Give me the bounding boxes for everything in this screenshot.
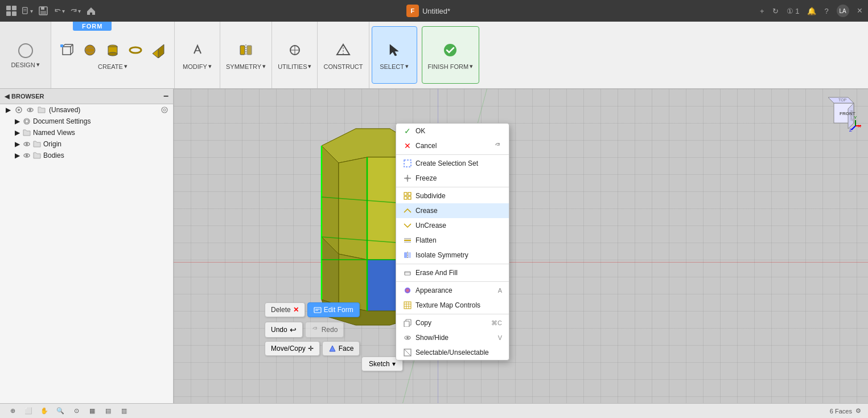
refresh-icon[interactable]: ↻ bbox=[772, 7, 779, 15]
create-label: CREATE bbox=[98, 63, 123, 70]
move-tool-icon[interactable]: ⊕ bbox=[7, 405, 18, 417]
symmetry-icon[interactable] bbox=[236, 40, 256, 60]
create-sphere-icon[interactable] bbox=[80, 40, 100, 60]
sketch-arrow: ▾ bbox=[392, 360, 396, 368]
sidebar-item-bodies[interactable]: ▶ Bodies bbox=[0, 150, 173, 161]
menu-show-hide-label: Show/Hide bbox=[416, 334, 449, 342]
redo-icon[interactable]: ▾ bbox=[69, 5, 81, 17]
menu-item-copy[interactable]: Copy ⌘C bbox=[396, 315, 509, 330]
finish-form-icon[interactable] bbox=[440, 40, 460, 60]
eye-icon-2[interactable] bbox=[23, 140, 31, 148]
menu-item-flatten[interactable]: Flatten bbox=[396, 233, 509, 248]
face-btn[interactable]: Face bbox=[322, 341, 360, 356]
utilities-icon[interactable] bbox=[285, 40, 305, 60]
menu-item-selectable[interactable]: Selectable/Unselectable bbox=[396, 345, 509, 360]
menu-item-texture-map[interactable]: Texture Map Controls bbox=[396, 298, 509, 313]
statusbar-right: 6 Faces ⚙ bbox=[830, 407, 861, 415]
select-box-icon[interactable]: ⬜ bbox=[23, 405, 34, 417]
edit-form-btn[interactable]: Edit Form bbox=[307, 302, 360, 317]
selectable-icon bbox=[403, 348, 412, 357]
cube-widget[interactable]: FRONT TOP RIGHT X Y Z bbox=[822, 95, 862, 134]
menu-item-show-hide[interactable]: Show/Hide V bbox=[396, 330, 509, 345]
design-menu[interactable]: DESIGN▾ bbox=[0, 22, 51, 88]
origin-arrow[interactable]: ▶ bbox=[14, 141, 20, 147]
undo-btn[interactable]: Undo ↩ bbox=[265, 322, 303, 338]
sidebar-item-origin[interactable]: ▶ Origin bbox=[0, 138, 173, 150]
create-box-icon[interactable] bbox=[57, 40, 77, 60]
menu-item-cancel[interactable]: ✕ Cancel bbox=[396, 138, 509, 153]
sep2 bbox=[396, 187, 509, 187]
svg-rect-75 bbox=[408, 252, 411, 258]
app-icon: F bbox=[406, 5, 419, 17]
create-plane-icon[interactable] bbox=[148, 40, 168, 60]
menu-item-uncrease[interactable]: UnCrease bbox=[396, 218, 509, 233]
grid-menu-icon[interactable] bbox=[6, 5, 17, 17]
create-cylinder-icon[interactable] bbox=[102, 40, 123, 60]
view-options-icon[interactable]: ▥ bbox=[118, 405, 130, 417]
finish-form-group: FINISH FORM ▾ bbox=[422, 26, 480, 84]
sidebar-collapse-btn[interactable]: − bbox=[163, 91, 168, 101]
svg-rect-68 bbox=[408, 192, 411, 195]
titlebar-left: ▾ ▾ ▾ bbox=[6, 5, 97, 17]
settings-cog[interactable]: ⚙ bbox=[855, 407, 861, 415]
menu-erase-fill-label: Erase And Fill bbox=[416, 269, 458, 277]
bodies-arrow[interactable]: ▶ bbox=[14, 152, 20, 159]
menu-create-selection-label: Create Selection Set bbox=[416, 159, 478, 167]
sidebar-item-named-views[interactable]: ▶ Named Views bbox=[0, 127, 173, 138]
bell-icon[interactable]: 🔔 bbox=[807, 7, 816, 15]
svg-rect-63 bbox=[404, 160, 411, 167]
root-arrow[interactable]: ▶ bbox=[5, 106, 11, 113]
construct-icon[interactable] bbox=[333, 40, 353, 61]
move-copy-btn[interactable]: Move/Copy ✛ bbox=[265, 341, 320, 356]
menu-item-erase-fill[interactable]: Erase And Fill bbox=[396, 265, 509, 280]
menu-item-create-selection-set[interactable]: Create Selection Set bbox=[396, 156, 509, 171]
menu-item-crease[interactable]: Crease bbox=[396, 203, 509, 218]
menu-item-isolate-symmetry[interactable]: Isolate Symmetry bbox=[396, 248, 509, 263]
file-menu[interactable]: ▾ bbox=[22, 5, 33, 17]
redo-btn[interactable]: Redo bbox=[305, 322, 344, 338]
eye-icon-3[interactable] bbox=[23, 151, 31, 159]
save-icon[interactable] bbox=[38, 5, 49, 17]
finish-arrow: ▾ bbox=[470, 63, 473, 70]
sep3 bbox=[396, 264, 509, 264]
add-button[interactable]: + bbox=[760, 7, 764, 15]
svg-point-14 bbox=[85, 45, 95, 55]
close-icon[interactable]: × bbox=[857, 6, 862, 16]
home-icon[interactable] bbox=[85, 5, 97, 17]
doc-settings-label: Document Settings bbox=[33, 117, 90, 125]
delete-btn[interactable]: Delete ✕ bbox=[265, 302, 305, 317]
viewport[interactable]: ✓ OK ✕ Cancel Create S bbox=[174, 89, 868, 403]
zoom-fit-icon[interactable]: ⊙ bbox=[71, 405, 82, 417]
toolbar: DESIGN▾ FORM CREATE ▾ bbox=[0, 22, 868, 89]
modify-icon[interactable] bbox=[187, 40, 208, 60]
sidebar-collapse-left[interactable]: ◀ bbox=[5, 93, 9, 100]
sidebar-item-document-settings[interactable]: ▶ Document Settings bbox=[0, 116, 173, 127]
help-icon[interactable]: ? bbox=[824, 7, 828, 15]
panel-icon[interactable]: ▤ bbox=[102, 405, 114, 417]
doc-settings-arrow[interactable]: ▶ bbox=[14, 118, 20, 125]
crease-icon bbox=[403, 206, 412, 215]
menu-item-appearance[interactable]: Appearance A bbox=[396, 283, 509, 298]
grid-view-icon[interactable]: ▦ bbox=[87, 405, 98, 417]
undo-icon[interactable]: ▾ bbox=[54, 5, 65, 17]
zoom-icon[interactable]: 🔍 bbox=[55, 405, 66, 417]
copy-icon bbox=[403, 318, 412, 327]
named-views-arrow[interactable]: ▶ bbox=[14, 129, 20, 136]
select-icon[interactable] bbox=[384, 40, 405, 60]
menu-isolate-symmetry-label: Isolate Symmetry bbox=[416, 251, 468, 259]
delete-x-icon: ✕ bbox=[293, 306, 299, 314]
settings-icon[interactable] bbox=[161, 106, 168, 114]
svg-point-32 bbox=[444, 44, 456, 56]
svg-marker-21 bbox=[158, 44, 164, 58]
eye-icon[interactable] bbox=[26, 106, 34, 114]
create-torus-icon[interactable] bbox=[125, 40, 146, 60]
menu-item-freeze[interactable]: ❄ Freeze bbox=[396, 171, 509, 186]
hand-icon[interactable]: ✋ bbox=[39, 405, 50, 417]
user-avatar[interactable]: LA bbox=[837, 5, 849, 17]
origin-label: Origin bbox=[43, 140, 61, 148]
svg-point-18 bbox=[108, 52, 117, 56]
svg-text:X: X bbox=[858, 124, 861, 129]
menu-item-subdivide[interactable]: Subdivide bbox=[396, 188, 509, 203]
sidebar-root[interactable]: ▶ (Unsaved) bbox=[0, 104, 173, 116]
menu-item-ok[interactable]: ✓ OK bbox=[396, 124, 509, 138]
